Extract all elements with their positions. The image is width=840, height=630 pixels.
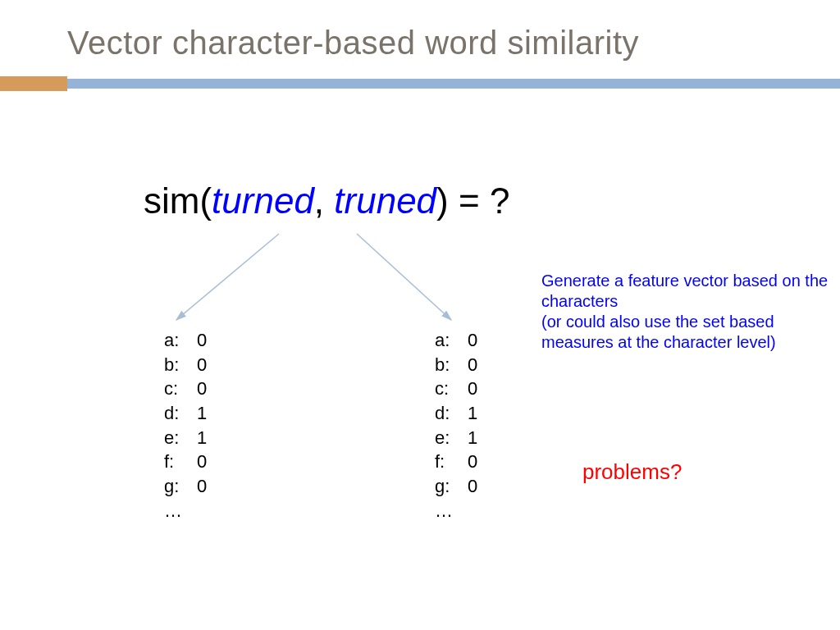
vector-value xyxy=(197,499,221,523)
vector-key: d: xyxy=(435,401,468,426)
arrow-right-icon xyxy=(345,230,468,328)
vector-key: a: xyxy=(164,328,197,353)
vector-key: … xyxy=(164,499,197,523)
vector-left: a:0b:0c:0d:1e:1f:0g:0… xyxy=(164,328,221,523)
vector-value: 0 xyxy=(468,450,492,474)
vector-value: 0 xyxy=(197,450,221,474)
vector-key: b: xyxy=(164,353,197,377)
vector-row: g:0 xyxy=(164,474,221,499)
vector-row: g:0 xyxy=(435,474,492,499)
vector-key: b: xyxy=(435,353,468,377)
equation: sim(turned, truned) = ? xyxy=(144,180,509,221)
vector-key: c: xyxy=(435,377,468,401)
vector-value: 0 xyxy=(468,328,492,353)
annotation-text: Generate a feature vector based on the c… xyxy=(541,271,833,353)
vector-value: 0 xyxy=(197,377,221,401)
vector-row: f:0 xyxy=(164,450,221,474)
vector-value: 1 xyxy=(468,401,492,426)
eq-prefix: sim( xyxy=(144,180,212,221)
vector-value: 0 xyxy=(197,353,221,377)
vector-row: b:0 xyxy=(435,353,492,377)
eq-word1: turned xyxy=(212,180,314,221)
divider-rule xyxy=(67,79,840,89)
vector-value: 0 xyxy=(468,474,492,499)
vector-row: e:1 xyxy=(435,426,492,450)
svg-line-0 xyxy=(176,234,279,320)
vector-row: d:1 xyxy=(164,401,221,426)
vector-key: c: xyxy=(164,377,197,401)
vector-key: e: xyxy=(435,426,468,450)
arrow-left-icon xyxy=(164,230,287,328)
eq-suffix: ) = ? xyxy=(436,180,509,221)
vector-row: f:0 xyxy=(435,450,492,474)
vector-key: … xyxy=(435,499,468,523)
vector-value: 1 xyxy=(468,426,492,450)
divider xyxy=(0,76,840,91)
eq-word2: truned xyxy=(334,180,436,221)
vector-key: f: xyxy=(435,450,468,474)
vector-right: a:0b:0c:0d:1e:1f:0g:0… xyxy=(435,328,492,523)
vector-row: c:0 xyxy=(164,377,221,401)
vector-row: a:0 xyxy=(435,328,492,353)
vector-row: b:0 xyxy=(164,353,221,377)
problems-text: problems? xyxy=(582,459,682,485)
vector-row: … xyxy=(164,499,221,523)
vector-row: e:1 xyxy=(164,426,221,450)
vector-row: a:0 xyxy=(164,328,221,353)
vector-key: d: xyxy=(164,401,197,426)
vector-row: … xyxy=(435,499,492,523)
eq-sep: , xyxy=(314,180,334,221)
vector-key: g: xyxy=(164,474,197,499)
divider-accent xyxy=(0,76,67,91)
vector-value: 1 xyxy=(197,401,221,426)
vector-value xyxy=(468,499,492,523)
vector-key: g: xyxy=(435,474,468,499)
vector-key: e: xyxy=(164,426,197,450)
vector-key: a: xyxy=(435,328,468,353)
vector-value: 1 xyxy=(197,426,221,450)
vector-value: 0 xyxy=(468,353,492,377)
vector-value: 0 xyxy=(197,328,221,353)
slide-title: Vector character-based word similarity xyxy=(0,0,840,62)
vector-value: 0 xyxy=(197,474,221,499)
vector-value: 0 xyxy=(468,377,492,401)
svg-line-1 xyxy=(357,234,451,320)
vector-row: c:0 xyxy=(435,377,492,401)
vector-row: d:1 xyxy=(435,401,492,426)
vector-key: f: xyxy=(164,450,197,474)
